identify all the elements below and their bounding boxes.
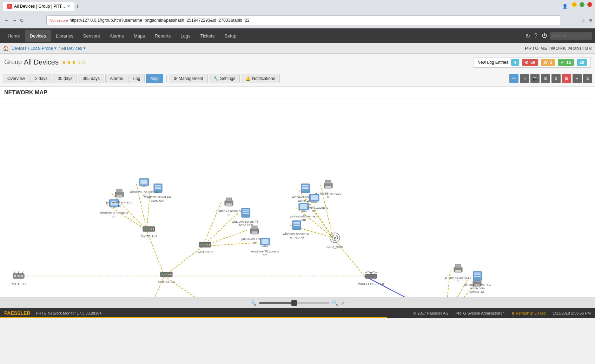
zoom-out-icon[interactable]: 🔍	[250, 300, 256, 306]
home-icon[interactable]: 🏠	[3, 46, 9, 51]
more-tool-btn[interactable]: ≡	[583, 74, 592, 83]
edit-tool-btn[interactable]: ✏	[509, 74, 518, 83]
nav-libraries[interactable]: Libraries	[51, 30, 78, 42]
node-icon-windows78	[259, 237, 271, 249]
svg-point-153	[305, 191, 306, 192]
delete-tool-btn[interactable]: 🗑	[562, 74, 571, 83]
nav-maps[interactable]: Maps	[129, 30, 150, 42]
back-btn[interactable]: ←	[3, 17, 11, 24]
add-tool-btn[interactable]: +	[573, 74, 582, 83]
unknown-badge: 28	[577, 59, 587, 66]
tab-alarms[interactable]: Alarms	[105, 74, 127, 83]
warnings-badge: W 2	[541, 59, 555, 66]
svg-rect-123	[252, 232, 257, 233]
tab-settings[interactable]: 🔧 Settings	[209, 74, 240, 83]
nav-devices[interactable]: Devices	[25, 30, 51, 42]
maximize-btn[interactable]: □	[580, 2, 584, 7]
unknown-count: 28	[580, 60, 584, 65]
node-icon-printer77	[223, 197, 234, 209]
alldevices-dropdown-icon[interactable]: ▼	[83, 46, 86, 50]
zoom-slider-thumb[interactable]	[291, 300, 297, 306]
nav-home[interactable]: Home	[3, 30, 25, 42]
node-switch46[interactable]: SWITCH 46	[140, 225, 157, 238]
svg-point-52	[153, 228, 154, 230]
tab-365days[interactable]: 365 days	[78, 74, 104, 83]
node-winserver75[interactable]: windows-server-75.acme.com	[232, 208, 260, 227]
node-ssid0[interactable]: SSID_ssid0	[326, 232, 343, 249]
tab-30days[interactable]: 30 days	[53, 74, 77, 83]
zoom-in-icon[interactable]: 🔍	[332, 300, 338, 306]
pdf-tool-btn[interactable]: ⬇	[551, 74, 561, 83]
share-tool-btn[interactable]: ✉	[541, 74, 550, 83]
node-winserver97[interactable]: windows-server-97.acme.com	[283, 220, 311, 239]
nav-tickets[interactable]: Tickets	[195, 30, 219, 42]
breadcrumb-all-devices-2[interactable]: All Devices	[61, 46, 82, 51]
camera-tool-btn[interactable]: 📷	[530, 74, 540, 83]
node-windows70[interactable]: windows-70.acme.com	[130, 178, 158, 197]
node-switch55[interactable]: SWITCH 55	[158, 271, 175, 284]
tab-tools: ✏ ⏸ 📷 ✉ ⬇ 🗑 + ≡	[509, 74, 592, 83]
settings-icon: 🔧	[213, 76, 219, 81]
svg-rect-127	[262, 239, 269, 244]
nav-setup[interactable]: Setup	[219, 30, 241, 42]
node-icon-windows42b	[472, 271, 483, 282]
nav-logs[interactable]: Logs	[176, 30, 195, 42]
not-secure-label: Not secure	[49, 18, 68, 22]
nav-help-icon[interactable]: ?	[533, 31, 539, 40]
minimize-btn[interactable]: —	[572, 2, 577, 7]
user-icon[interactable]: 👤	[561, 2, 569, 11]
svg-point-159	[330, 184, 332, 186]
fullscreen-icon[interactable]: ⤢	[341, 300, 345, 306]
new-log-count: 4	[511, 59, 519, 66]
address-bar[interactable]: Not secure https://127.0.0.1//group.htm?…	[46, 15, 560, 25]
nav-alarms[interactable]: Alarms	[105, 30, 129, 42]
browser-tab[interactable]: P All Devices | Group | PRT... ✕	[3, 2, 74, 11]
breadcrumb-local-probe[interactable]: Local Probe	[31, 46, 53, 51]
nav-power-icon[interactable]: ⏻	[540, 31, 549, 40]
tab-divider	[166, 75, 167, 82]
node-icon-printer65	[114, 188, 125, 200]
svg-rect-206	[455, 270, 461, 273]
new-tab-btn[interactable]: +	[76, 3, 79, 9]
extensions-icon[interactable]: ⊞	[588, 18, 592, 23]
tab-close-btn[interactable]: ✕	[67, 4, 70, 9]
search-input[interactable]	[550, 32, 592, 40]
tab-notifications[interactable]: 🔔 Notifications	[241, 74, 279, 83]
forward-btn[interactable]: →	[11, 17, 18, 24]
tab-map[interactable]: Map	[146, 74, 163, 83]
close-btn[interactable]: ✕	[587, 2, 592, 7]
svg-rect-95	[117, 189, 122, 193]
node-switch76[interactable]: SWITCH 76	[197, 241, 213, 254]
node-router1[interactable]: ROUTER 1	[11, 271, 27, 286]
refresh-btn[interactable]: ↻	[18, 17, 25, 24]
node-icon-router1	[12, 271, 25, 282]
footer-version: PRTG Network Monitor 17.3.33.2830+	[36, 311, 101, 315]
pause-tool-btn[interactable]: ⏸	[520, 74, 529, 83]
svg-rect-166	[293, 223, 300, 224]
node-label-printer65: printer-65.acme.com	[105, 201, 133, 208]
bookmark-icon[interactable]: ☆	[581, 18, 586, 23]
nav-refresh-icon[interactable]: ↻	[524, 31, 531, 41]
new-log-badge[interactable]: New Log Entries 4 ⊘ 69 W 2 ✓ 16 28	[474, 57, 591, 68]
svg-rect-205	[455, 264, 461, 268]
warnings-count: 2	[550, 60, 552, 65]
svg-point-56	[205, 244, 206, 245]
nav-reports[interactable]: Reports	[150, 30, 176, 42]
tab-overview[interactable]: Overview	[3, 74, 29, 83]
node-icon-ssid0	[329, 232, 341, 244]
tab-log[interactable]: Log	[128, 74, 145, 83]
svg-rect-71	[365, 274, 377, 278]
zoom-slider-track[interactable]	[259, 302, 329, 304]
node-windows78[interactable]: windows-78.acme.com	[251, 237, 279, 257]
node-printer65[interactable]: printer-65.acme.com	[105, 188, 133, 208]
node-windows85b[interactable]: windows-85.acme.com	[290, 202, 318, 222]
probe-dropdown-icon[interactable]: ▼	[54, 46, 57, 50]
node-wireless50[interactable]: WIRELESS-AP 50	[358, 271, 384, 286]
tab-2days[interactable]: 2 days	[31, 74, 52, 83]
network-map[interactable]: ROUTER 1SWITCH 55SWITCH 46SWITCH 76SWITC…	[0, 99, 595, 297]
svg-rect-96	[117, 195, 122, 197]
breadcrumb-all-devices[interactable]: Devices	[12, 46, 27, 51]
tab-management[interactable]: ⚙ Management	[169, 74, 208, 83]
nav-sensors[interactable]: Sensors	[78, 30, 105, 42]
node-printer46[interactable]: printer-46.acme.com	[444, 264, 472, 283]
